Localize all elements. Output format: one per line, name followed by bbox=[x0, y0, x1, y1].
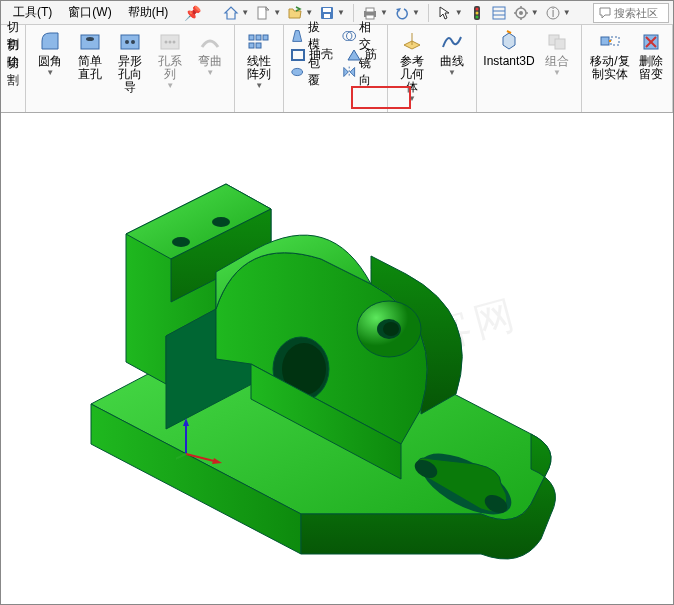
undo-icon[interactable] bbox=[392, 3, 412, 23]
quick-access-toolbar: ▼ ▼ ▼ ▼ ▼ ▼ ▼ ▼ i ▼ bbox=[221, 3, 572, 23]
svg-rect-31 bbox=[249, 35, 254, 40]
dropdown-icon[interactable]: ▼ bbox=[273, 8, 281, 17]
dropdown-icon[interactable]: ▼ bbox=[531, 8, 539, 17]
delete-keep-button[interactable]: 删除留变 bbox=[634, 27, 668, 83]
options-icon[interactable] bbox=[489, 3, 509, 23]
svg-point-65 bbox=[172, 237, 190, 247]
menu-window[interactable]: 窗口(W) bbox=[60, 1, 119, 24]
intersect-icon bbox=[342, 28, 356, 44]
svg-rect-33 bbox=[263, 35, 268, 40]
bend-button[interactable]: 弯曲▼ bbox=[190, 27, 230, 96]
home-icon[interactable] bbox=[221, 3, 241, 23]
svg-text:i: i bbox=[551, 6, 554, 20]
svg-point-71 bbox=[383, 322, 399, 336]
settings-icon[interactable] bbox=[511, 3, 531, 23]
new-icon[interactable] bbox=[253, 3, 273, 23]
cut2-button[interactable]: 切割 bbox=[5, 63, 21, 81]
svg-marker-73 bbox=[183, 418, 189, 426]
svg-point-28 bbox=[165, 41, 168, 44]
dropdown-icon[interactable]: ▼ bbox=[241, 8, 249, 17]
traffic-light-icon[interactable] bbox=[467, 3, 487, 23]
info-icon[interactable]: i bbox=[543, 3, 563, 23]
curves-button[interactable]: 曲线▼ bbox=[432, 27, 472, 105]
search-input[interactable] bbox=[614, 7, 664, 19]
svg-rect-0 bbox=[258, 7, 266, 19]
wrap-button[interactable]: 包覆 镜向 bbox=[288, 63, 383, 81]
svg-rect-2 bbox=[323, 8, 331, 12]
mirror-icon bbox=[342, 64, 356, 80]
draft-button[interactable]: 拔模 相交 bbox=[288, 27, 383, 45]
search-box[interactable] bbox=[593, 3, 669, 23]
svg-point-25 bbox=[125, 40, 129, 44]
speech-bubble-icon bbox=[598, 6, 612, 20]
dropdown-icon[interactable]: ▼ bbox=[412, 8, 420, 17]
coordinate-triad bbox=[176, 414, 226, 464]
move-copy-button[interactable]: 移动/复制实体 bbox=[586, 27, 634, 83]
simple-hole-button[interactable]: 简单直孔 bbox=[70, 27, 110, 96]
dropdown-icon[interactable]: ▼ bbox=[337, 8, 345, 17]
svg-rect-38 bbox=[292, 50, 304, 60]
svg-point-23 bbox=[86, 37, 94, 41]
pin-icon[interactable]: 📌 bbox=[184, 5, 201, 21]
combine-button[interactable]: 组合▼ bbox=[537, 27, 577, 79]
ref-geometry-button[interactable]: 参考几何体▼ bbox=[392, 27, 432, 105]
linear-pattern-button[interactable]: 线性阵列▼ bbox=[239, 27, 279, 92]
svg-rect-32 bbox=[256, 35, 261, 40]
fillet-button[interactable]: 圆角▼ bbox=[30, 27, 70, 96]
3d-viewport[interactable]: 溪风博客网 bbox=[1, 114, 673, 604]
svg-point-10 bbox=[475, 15, 478, 18]
svg-rect-5 bbox=[366, 8, 374, 12]
svg-rect-35 bbox=[256, 43, 261, 48]
svg-rect-6 bbox=[366, 15, 374, 19]
svg-point-8 bbox=[475, 7, 478, 10]
svg-rect-3 bbox=[324, 14, 330, 18]
svg-rect-43 bbox=[555, 39, 565, 49]
ribbon: 切割 切除 切割 圆角▼ 简单直孔 异形孔向导 孔系列▼ 弯曲▼ 线性阵 bbox=[1, 25, 673, 113]
svg-point-39 bbox=[292, 68, 303, 75]
svg-rect-45 bbox=[611, 37, 619, 45]
open-icon[interactable] bbox=[285, 3, 305, 23]
dropdown-icon[interactable]: ▼ bbox=[455, 8, 463, 17]
hole-series-button[interactable]: 孔系列▼ bbox=[150, 27, 190, 96]
svg-rect-11 bbox=[493, 7, 505, 19]
menu-help[interactable]: 帮助(H) bbox=[120, 1, 177, 24]
dropdown-icon[interactable]: ▼ bbox=[563, 8, 571, 17]
3d-model[interactable] bbox=[1, 114, 674, 604]
svg-point-15 bbox=[519, 11, 523, 15]
dropdown-icon[interactable]: ▼ bbox=[305, 8, 313, 17]
svg-point-29 bbox=[169, 41, 172, 44]
svg-point-26 bbox=[131, 40, 135, 44]
svg-rect-44 bbox=[601, 37, 609, 45]
svg-point-9 bbox=[475, 11, 478, 14]
menu-bar: 工具(T) 窗口(W) 帮助(H) 📌 ▼ ▼ ▼ ▼ ▼ ▼ ▼ ▼ i ▼ bbox=[1, 1, 673, 25]
hole-wizard-button[interactable]: 异形孔向导 bbox=[110, 27, 150, 96]
dropdown-icon[interactable]: ▼ bbox=[380, 8, 388, 17]
mirror-button[interactable]: 镜向 bbox=[359, 55, 381, 89]
svg-marker-75 bbox=[212, 458, 222, 464]
svg-point-30 bbox=[173, 41, 176, 44]
svg-rect-24 bbox=[121, 35, 139, 49]
svg-line-76 bbox=[176, 454, 186, 464]
instant3d-button[interactable]: Instant3D bbox=[481, 27, 537, 79]
svg-rect-34 bbox=[249, 43, 254, 48]
select-icon[interactable] bbox=[435, 3, 455, 23]
svg-point-66 bbox=[212, 217, 230, 227]
